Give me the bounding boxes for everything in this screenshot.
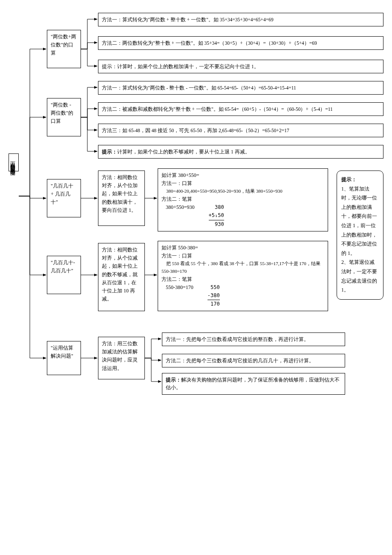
n1-m1: 方法一：算式转化为"两位数 + 整十数 + 一位数"。如 35+34=35+30… <box>98 13 383 17</box>
